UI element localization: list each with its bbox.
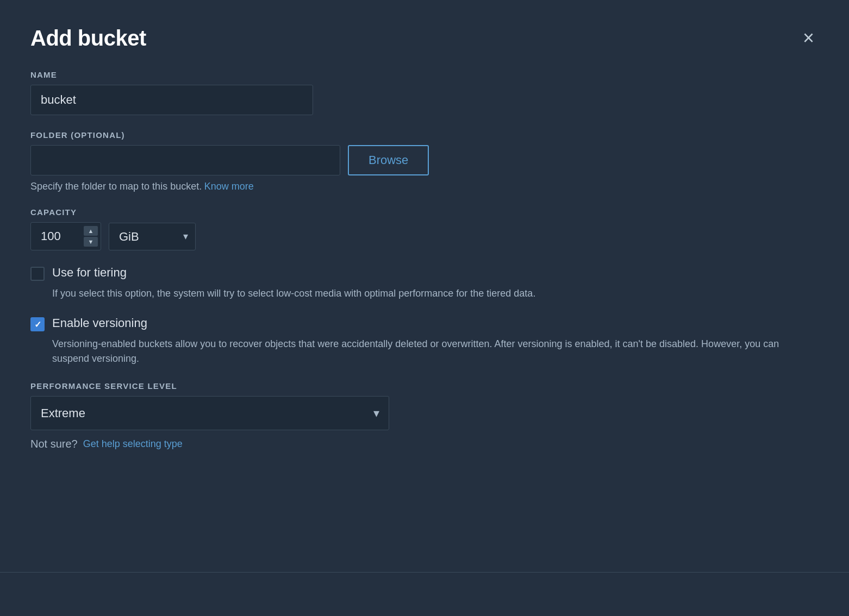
- not-sure-row: Not sure? Get help selecting type: [30, 438, 819, 450]
- name-label: NAME: [30, 70, 819, 79]
- name-section: NAME: [30, 70, 819, 115]
- know-more-link[interactable]: Know more: [204, 181, 254, 192]
- tiering-checkbox-wrapper: [30, 267, 45, 281]
- performance-section: PERFORMANCE SERVICE LEVEL Extreme Perfor…: [30, 381, 819, 450]
- close-button[interactable]: ×: [798, 26, 819, 50]
- capacity-increment-button[interactable]: ▲: [84, 226, 98, 236]
- versioning-checkbox[interactable]: ✓: [30, 317, 45, 331]
- name-input[interactable]: [30, 85, 313, 115]
- dialog-header: Add bucket ×: [30, 26, 819, 51]
- folder-section: FOLDER (OPTIONAL) Browse Specify the fol…: [30, 130, 819, 192]
- capacity-decrement-button[interactable]: ▼: [84, 237, 98, 247]
- capacity-input-wrapper: ▲ ▼: [30, 222, 101, 250]
- performance-select[interactable]: Extreme Performance Standard Economy: [30, 396, 389, 430]
- bottom-divider: [0, 572, 849, 573]
- folder-helper-text: Specify the folder to map to this bucket…: [30, 181, 202, 192]
- capacity-section: CAPACITY ▲ ▼ GiB TiB PiB ▾: [30, 208, 819, 250]
- versioning-section: ✓ Enable versioning Versioning-enabled b…: [30, 316, 819, 366]
- unit-select-wrapper: GiB TiB PiB ▾: [109, 223, 196, 250]
- folder-input[interactable]: [30, 145, 340, 175]
- capacity-row: ▲ ▼ GiB TiB PiB ▾: [30, 222, 819, 250]
- tiering-checkbox[interactable]: [30, 267, 45, 281]
- capacity-label: CAPACITY: [30, 208, 819, 217]
- folder-helper: Specify the folder to map to this bucket…: [30, 181, 819, 192]
- folder-row: Browse: [30, 145, 819, 175]
- get-help-link[interactable]: Get help selecting type: [83, 438, 183, 450]
- performance-select-wrapper: Extreme Performance Standard Economy ▾: [30, 396, 389, 430]
- browse-button[interactable]: Browse: [348, 145, 429, 175]
- tiering-section: Use for tiering If you select this optio…: [30, 266, 819, 301]
- checkmark-icon: ✓: [34, 319, 41, 330]
- versioning-description: Versioning-enabled buckets allow you to …: [52, 337, 819, 366]
- tiering-checkbox-row: Use for tiering: [30, 266, 819, 281]
- not-sure-text: Not sure?: [30, 438, 78, 450]
- tiering-description: If you select this option, the system wi…: [52, 286, 819, 301]
- capacity-spinners: ▲ ▼: [84, 226, 98, 247]
- performance-label: PERFORMANCE SERVICE LEVEL: [30, 381, 819, 391]
- versioning-label[interactable]: Enable versioning: [52, 316, 147, 330]
- add-bucket-dialog: Add bucket × NAME FOLDER (OPTIONAL) Brow…: [0, 0, 849, 616]
- unit-select[interactable]: GiB TiB PiB: [109, 223, 196, 250]
- versioning-checkbox-row: ✓ Enable versioning: [30, 316, 819, 331]
- folder-label: FOLDER (OPTIONAL): [30, 130, 819, 140]
- dialog-title: Add bucket: [30, 26, 146, 51]
- versioning-checkbox-wrapper: ✓: [30, 317, 45, 331]
- tiering-label[interactable]: Use for tiering: [52, 266, 127, 280]
